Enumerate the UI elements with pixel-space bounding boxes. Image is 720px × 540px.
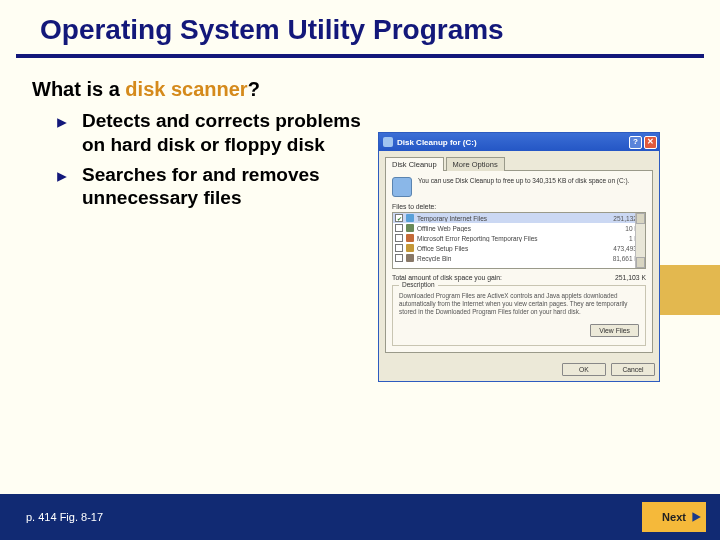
item-name: Office Setup Files [417, 245, 609, 252]
item-name: Temporary Internet Files [417, 215, 609, 222]
list-item[interactable]: Office Setup Files 473,493 K [393, 243, 645, 253]
files-listbox[interactable]: ✔ Temporary Internet Files 251,132 K Off… [392, 212, 646, 269]
total-value: 251,103 K [615, 274, 646, 281]
description-text: Downloaded Program Files are ActiveX con… [399, 292, 639, 318]
svg-marker-1 [57, 172, 67, 182]
bullet-list: Detects and corrects problems on hard di… [56, 109, 376, 210]
scrollbar[interactable] [635, 213, 645, 268]
bullet-text: Searches for and removes unnecessary fil… [82, 163, 376, 211]
bullet-text: Detects and corrects problems on hard di… [82, 109, 376, 157]
bullet-arrow-icon [56, 111, 68, 157]
tab-bar: Disk Cleanup More Options [385, 157, 653, 171]
bullet-item: Searches for and removes unnecessary fil… [56, 163, 376, 211]
next-button[interactable]: Next [642, 502, 706, 532]
view-files-button[interactable]: View Files [590, 324, 639, 337]
next-label: Next [662, 511, 686, 523]
total-row: Total amount of disk space you gain: 251… [392, 274, 646, 281]
tab-panel: You can use Disk Cleanup to free up to 3… [385, 170, 653, 353]
question-tail: ? [248, 78, 260, 100]
bullet-arrow-icon [56, 165, 68, 211]
tab-disk-cleanup[interactable]: Disk Cleanup [385, 157, 444, 171]
intro-text: You can use Disk Cleanup to free up to 3… [418, 177, 646, 197]
window-titlebar[interactable]: Disk Cleanup for (C:) ? ✕ [379, 133, 659, 151]
question: What is a disk scanner? [32, 78, 720, 101]
checkbox-icon[interactable] [395, 254, 403, 262]
list-item[interactable]: Offline Web Pages 10 KB [393, 223, 645, 233]
item-name: Microsoft Error Reporting Temporary File… [417, 235, 625, 242]
file-type-icon [406, 234, 414, 242]
close-button[interactable]: ✕ [644, 136, 657, 149]
help-button[interactable]: ? [629, 136, 642, 149]
checkbox-icon[interactable] [395, 234, 403, 242]
item-name: Offline Web Pages [417, 225, 621, 232]
page-reference: p. 414 Fig. 8-17 [26, 511, 103, 523]
checkbox-icon[interactable] [395, 224, 403, 232]
tab-more-options[interactable]: More Options [446, 157, 505, 171]
file-type-icon [406, 214, 414, 222]
question-key: disk scanner [125, 78, 247, 100]
description-label: Description [399, 281, 438, 288]
footer-bar: p. 414 Fig. 8-17 [0, 494, 720, 540]
description-group: Description Downloaded Program Files are… [392, 285, 646, 346]
cancel-button[interactable]: Cancel [611, 363, 655, 376]
question-lead: What is a [32, 78, 125, 100]
list-item[interactable]: Recycle Bin 81,661 KB [393, 253, 645, 263]
file-type-icon [406, 224, 414, 232]
list-item[interactable]: ✔ Temporary Internet Files 251,132 K [393, 213, 645, 223]
svg-marker-0 [57, 118, 67, 128]
window-title-text: Disk Cleanup for (C:) [397, 138, 477, 147]
checkbox-icon[interactable] [395, 244, 403, 252]
file-type-icon [406, 254, 414, 262]
next-arrow-icon [690, 511, 702, 523]
svg-marker-2 [692, 512, 700, 522]
slide-title: Operating System Utility Programs [16, 0, 704, 58]
files-to-delete-label: Files to delete: [392, 203, 646, 210]
bullet-item: Detects and corrects problems on hard di… [56, 109, 376, 157]
disk-cleanup-window: Disk Cleanup for (C:) ? ✕ Disk Cleanup M… [378, 132, 660, 382]
item-name: Recycle Bin [417, 255, 609, 262]
list-item[interactable]: Microsoft Error Reporting Temporary File… [393, 233, 645, 243]
file-type-icon [406, 244, 414, 252]
checkbox-icon[interactable]: ✔ [395, 214, 403, 222]
total-label: Total amount of disk space you gain: [392, 274, 502, 281]
disk-cleanup-large-icon [392, 177, 412, 197]
disk-cleanup-icon [383, 137, 393, 147]
ok-button[interactable]: OK [562, 363, 606, 376]
